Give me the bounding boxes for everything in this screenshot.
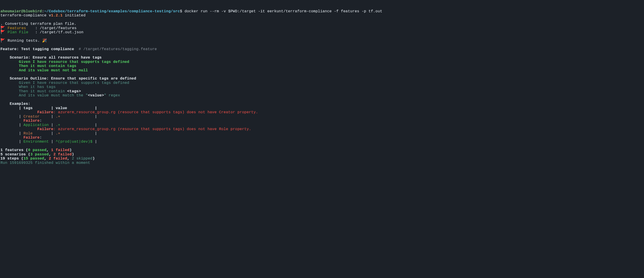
party-icon: 🎉 bbox=[42, 39, 47, 43]
failure-colon: : bbox=[40, 135, 42, 140]
features-path: : /target/features bbox=[35, 26, 77, 30]
row-pipe: | bbox=[32, 131, 56, 136]
row-pipe: | bbox=[0, 114, 24, 119]
summary-l3-pass: 15 passed bbox=[24, 156, 44, 161]
summary-sep: , bbox=[44, 156, 49, 161]
scenario2-given: Given I have resource that supports tags… bbox=[0, 81, 129, 85]
scenario1-title: Scenario: Ensure all resources have tags bbox=[0, 55, 102, 60]
row-pipe: | bbox=[0, 139, 24, 144]
flag-icon: 🚩 bbox=[0, 30, 5, 35]
scenario2-and-post: " regex bbox=[104, 93, 120, 98]
scenario2-and-value: <value> bbox=[88, 93, 104, 98]
summary-l2-pass: 3 passed bbox=[30, 152, 49, 157]
summary-run: Run 1591699325 finished within a moment bbox=[0, 161, 90, 165]
summary-l2-pre: 5 scenarios ( bbox=[0, 152, 30, 157]
summary-end: ) bbox=[70, 148, 72, 152]
scenario2-and-pre: And its value must match the " bbox=[0, 93, 88, 98]
summary-l1-pass: 0 passed bbox=[28, 148, 46, 152]
flag-icon: 🚩 bbox=[0, 39, 5, 43]
failure-colon: : bbox=[40, 119, 42, 123]
terminal-output: aheumaier@bluebird:~/Codebox/terraform-t… bbox=[0, 9, 644, 165]
prompt-dollar: $ bbox=[180, 9, 182, 14]
row-pipe: | bbox=[60, 114, 97, 119]
row2-val: .+ bbox=[56, 123, 60, 127]
failure-label: Failure bbox=[0, 127, 53, 131]
summary-sep: , bbox=[67, 156, 72, 161]
row-pipe: | bbox=[60, 131, 97, 136]
scenario2-when: When it has tags bbox=[0, 85, 56, 89]
feature-comment: # /target/features/tagging.feature bbox=[76, 47, 157, 51]
failure-short: Failure bbox=[0, 119, 40, 123]
row4-tag: Environment bbox=[24, 139, 49, 144]
prompt-path: ~/Codebox/terraform-testing/examples/com… bbox=[44, 9, 180, 14]
scenario1-then: Then it must contain tags bbox=[0, 64, 76, 68]
row3-tag: Role bbox=[24, 131, 32, 136]
summary-l3-pre: 19 steps ( bbox=[0, 156, 24, 161]
row-pipe: | bbox=[49, 139, 56, 144]
init-version: 1.2.1 bbox=[51, 13, 62, 18]
scenario1-given: Given I have resource that supports tags… bbox=[0, 60, 129, 64]
planfile-label: Plan File bbox=[8, 30, 28, 35]
planfile-path: : /target/tf.out.json bbox=[35, 30, 84, 35]
scenario2-title: Scenario Outline: Ensure that specific t… bbox=[0, 76, 136, 81]
flag-icon: 🚩 bbox=[0, 26, 5, 30]
summary-l2-fail: 2 failed bbox=[53, 152, 72, 157]
failure-msg: : azurerm_resource_group.rg (resource th… bbox=[53, 110, 258, 114]
row-pipe: | bbox=[60, 123, 97, 127]
features-label: Features bbox=[8, 26, 26, 30]
failure-short: Failure bbox=[0, 135, 40, 140]
prompt-colon: : bbox=[42, 9, 44, 14]
row-pipe: | bbox=[40, 114, 56, 119]
row-pipe: | bbox=[49, 123, 56, 127]
summary-l3-skip: 2 skipped bbox=[72, 156, 92, 161]
init-prefix: terraform-compliance v bbox=[0, 13, 51, 18]
scenario2-then-tag: <tags> bbox=[67, 89, 81, 93]
row-pipe: | bbox=[0, 123, 24, 127]
summary-l1-pre: 1 features ( bbox=[0, 148, 28, 152]
examples-header: | tags | value | bbox=[0, 106, 97, 110]
summary-end: ) bbox=[72, 152, 74, 157]
row2-tag: Application bbox=[24, 123, 49, 127]
converting-line: . Converting terraform plan file. bbox=[0, 22, 76, 26]
row3-val: .+ bbox=[56, 131, 60, 136]
command-text[interactable]: docker run --rm -v $PWD:/target -it eerk… bbox=[182, 9, 382, 14]
summary-end: ) bbox=[92, 156, 95, 161]
summary-l3-fail: 2 failed bbox=[49, 156, 67, 161]
failure-msg: : azurerm_resource_group.rg (resource th… bbox=[53, 127, 251, 131]
scenario2-then-pre: Then it must contain bbox=[0, 89, 67, 93]
init-suffix: initiated bbox=[62, 13, 86, 18]
feature-title: Feature: Test tagging compliance bbox=[0, 47, 76, 51]
prompt-user: aheumaier@bluebird bbox=[0, 9, 42, 14]
row-pipe: | bbox=[92, 139, 97, 144]
failure-label: Failure bbox=[0, 110, 53, 114]
running-tests: Running tests. bbox=[8, 39, 42, 43]
examples-title: Examples: bbox=[0, 102, 30, 106]
row1-val: .+ bbox=[56, 114, 60, 119]
summary-sep: , bbox=[46, 148, 51, 152]
summary-sep: , bbox=[49, 152, 53, 157]
row1-tag: Creator bbox=[24, 114, 40, 119]
row4-val: ^(prod|uat|dev)$ bbox=[56, 139, 92, 144]
summary-l1-fail: 1 failed bbox=[51, 148, 70, 152]
row-pipe: | bbox=[0, 131, 24, 136]
scenario1-and: And its value must not be null bbox=[0, 68, 88, 73]
